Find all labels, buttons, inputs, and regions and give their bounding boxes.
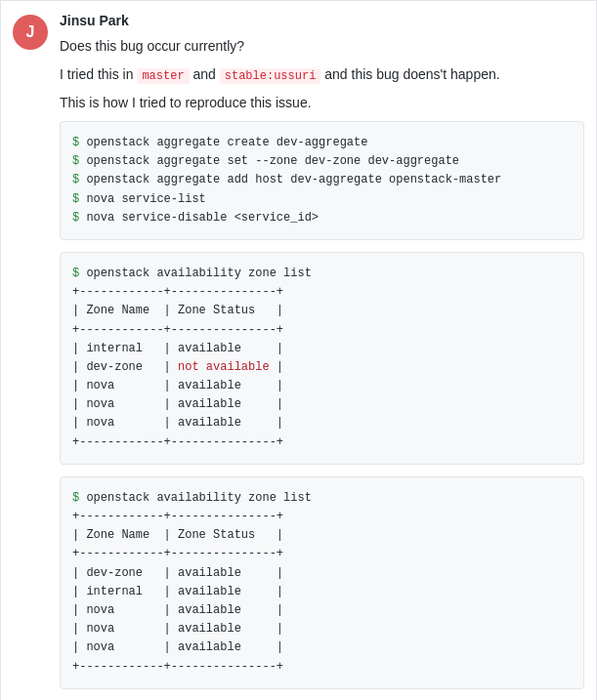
comment-line-1: Does this bug occur currently?	[60, 36, 584, 57]
cmd-dollar-3: $	[72, 173, 79, 186]
avatar-letter: J	[26, 23, 35, 41]
comment-block: J Jinsu Park Does this bug occur current…	[0, 0, 597, 700]
and-word: and	[192, 66, 215, 82]
comment-body: Jinsu Park Does this bug occur currently…	[60, 13, 584, 700]
avatar: J	[13, 15, 48, 50]
code-block-table-2: $ openstack availability zone list +----…	[60, 476, 584, 689]
master-badge: master	[137, 68, 189, 84]
not-available-1: not available	[178, 360, 270, 374]
cmd-dollar-2: $	[72, 154, 79, 168]
comment-line-3: This is how I tried to reproduce this is…	[60, 93, 584, 113]
comment-line-2: I tried this in master and stable:ussuri…	[60, 64, 584, 85]
author-name: Jinsu Park	[60, 13, 584, 28]
cmd-dollar-5: $	[72, 211, 79, 225]
cmd-dollar-1: $	[72, 136, 79, 149]
code-block-commands: $ openstack aggregate create dev-aggrega…	[60, 121, 584, 240]
stable-badge: stable:ussuri	[220, 68, 321, 84]
cmd-dollar-7: $	[72, 491, 79, 505]
cmd-dollar-4: $	[72, 192, 79, 206]
cmd-dollar-6: $	[72, 267, 79, 280]
code-block-table-1: $ openstack availability zone list +----…	[60, 252, 584, 465]
